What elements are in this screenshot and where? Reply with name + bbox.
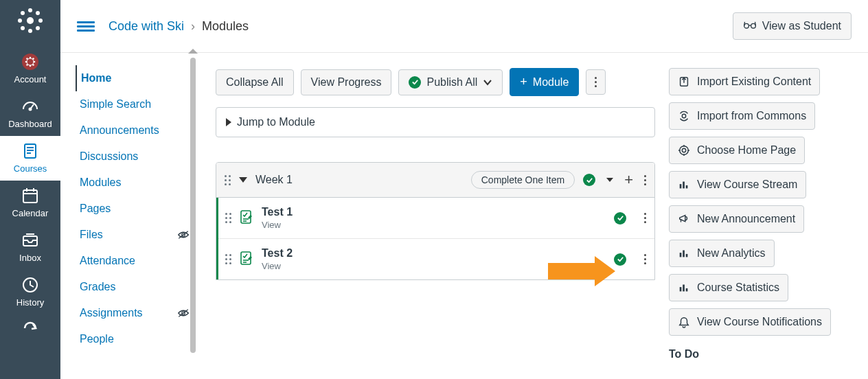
course-nav-toggle[interactable] (77, 19, 95, 33)
module-header[interactable]: Week 1 Complete One Item + (216, 163, 654, 198)
svg-point-6 (36, 11, 40, 15)
global-nav-courses[interactable]: Courses (0, 136, 60, 181)
import-from-commons-button[interactable]: Import from Commons (669, 102, 815, 130)
svg-point-7 (21, 26, 25, 30)
svg-point-1 (28, 8, 32, 12)
breadcrumb-separator: › (191, 19, 195, 34)
global-nav-more[interactable] (0, 314, 60, 342)
drag-handle-icon[interactable] (225, 213, 231, 223)
course-nav-modules[interactable]: Modules (76, 170, 192, 196)
global-nav-account[interactable]: Account (0, 47, 60, 91)
module-item-subtitle: View (262, 261, 606, 271)
breadcrumb-course[interactable]: Code with Ski (108, 19, 184, 34)
breadcrumb: Code with Ski › Modules (108, 19, 249, 34)
item-kebab-menu[interactable] (644, 213, 646, 223)
global-nav-label: Calendar (12, 208, 49, 218)
module-published-icon[interactable] (583, 174, 595, 186)
module-requirement-pill: Complete One Item (471, 171, 575, 189)
svg-point-17 (26, 64, 28, 66)
view-course-notifications-button[interactable]: View Course Notifications (669, 308, 831, 336)
course-nav: Home Simple Search Announcements Discuss… (60, 53, 198, 379)
module-item-subtitle: View (262, 220, 606, 230)
todo-heading: To Do (669, 348, 853, 360)
add-module-button[interactable]: + Module (510, 68, 579, 96)
svg-point-51 (682, 148, 685, 152)
svg-point-12 (30, 65, 32, 67)
breadcrumb-current: Modules (202, 19, 249, 34)
svg-point-9 (22, 54, 38, 70)
svg-point-15 (26, 58, 28, 60)
calendar-icon (21, 186, 40, 205)
svg-point-8 (36, 26, 40, 30)
collapse-toggle-icon[interactable] (239, 177, 247, 183)
svg-point-14 (34, 61, 36, 63)
chevron-down-icon (483, 76, 492, 89)
svg-point-49 (682, 114, 685, 117)
module-title: Week 1 (255, 174, 293, 186)
view-course-stream-button[interactable]: View Course Stream (669, 171, 806, 198)
publish-all-button[interactable]: Publish All (398, 69, 503, 95)
course-nav-announcements[interactable]: Announcements (76, 117, 192, 143)
global-nav-calendar[interactable]: Calendar (0, 181, 60, 225)
global-nav-label: Dashboard (8, 119, 52, 129)
drag-handle-icon[interactable] (225, 175, 231, 185)
account-icon (21, 52, 40, 71)
module-kebab-menu[interactable] (644, 175, 646, 185)
global-nav-label: Account (14, 74, 47, 84)
svg-rect-61 (683, 251, 685, 257)
svg-point-16 (32, 58, 34, 60)
global-nav-history[interactable]: History (0, 270, 60, 314)
global-nav-inbox[interactable]: Inbox (0, 225, 60, 270)
module-item-title: Test 2 (262, 247, 606, 260)
course-statistics-button[interactable]: Course Statistics (669, 274, 788, 301)
course-nav-people[interactable]: People (76, 326, 192, 352)
global-nav-label: Inbox (19, 253, 41, 263)
module-card: Week 1 Complete One Item + (216, 162, 655, 280)
dashboard-icon (21, 97, 40, 116)
svg-rect-56 (680, 184, 682, 188)
choose-home-page-button[interactable]: Choose Home Page (669, 137, 805, 164)
jump-to-module[interactable]: Jump to Module (216, 107, 655, 137)
import-existing-content-button[interactable]: Import Existing Content (669, 68, 820, 95)
quiz-icon (240, 209, 253, 227)
module-options-button[interactable] (586, 69, 606, 95)
course-nav-simple-search[interactable]: Simple Search (76, 91, 192, 117)
collapse-all-button[interactable]: Collapse All (216, 69, 294, 95)
svg-point-50 (680, 146, 689, 155)
publish-menu-caret-icon[interactable] (606, 178, 613, 182)
item-kebab-menu[interactable] (644, 254, 646, 264)
view-as-student-button[interactable]: View as Student (733, 12, 852, 40)
module-item[interactable]: Test 2 View (218, 239, 654, 279)
main-content: Collapse All View Progress Publish All +… (198, 53, 669, 379)
course-nav-discussions[interactable]: Discussions (76, 143, 192, 170)
glasses-icon (743, 20, 757, 32)
drag-handle-icon[interactable] (225, 254, 231, 264)
course-nav-home[interactable]: Home (76, 65, 192, 91)
module-item[interactable]: Test 1 View (218, 198, 654, 239)
kebab-icon (595, 77, 597, 87)
svg-rect-62 (686, 254, 688, 257)
plus-icon: + (520, 75, 527, 89)
new-announcement-button[interactable]: New Announcement (669, 205, 804, 233)
course-nav-pages[interactable]: Pages (76, 196, 192, 222)
bar-chart-icon (678, 282, 690, 294)
svg-rect-65 (686, 288, 688, 292)
global-nav-dashboard[interactable]: Dashboard (0, 91, 60, 136)
item-published-icon[interactable] (614, 212, 626, 225)
svg-rect-25 (23, 190, 37, 203)
inbox-icon (21, 231, 40, 250)
target-icon (678, 144, 690, 157)
global-nav-label: History (16, 297, 44, 308)
item-published-icon[interactable] (614, 253, 626, 266)
view-progress-button[interactable]: View Progress (301, 69, 392, 95)
course-nav-grades[interactable]: Grades (76, 274, 192, 300)
course-nav-assignments[interactable]: Assignments (76, 300, 192, 326)
new-analytics-button[interactable]: New Analytics (669, 240, 775, 267)
svg-rect-60 (680, 253, 682, 257)
triangle-right-icon (226, 118, 231, 126)
course-nav-files[interactable]: Files (76, 222, 192, 248)
svg-point-13 (25, 61, 27, 63)
course-nav-attendance[interactable]: Attendance (76, 248, 192, 274)
add-item-button[interactable]: + (624, 172, 633, 187)
svg-rect-63 (680, 287, 682, 291)
